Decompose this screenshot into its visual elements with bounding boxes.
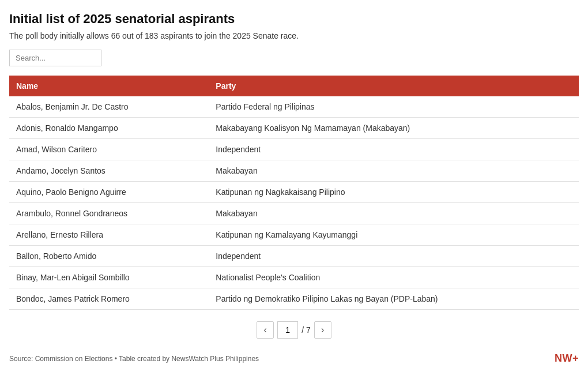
source-text: Source: Commission on Elections • Table … <box>9 355 259 363</box>
prev-page-button[interactable]: ‹ <box>257 321 274 339</box>
cell-name: Binay, Mar-Len Abigail Sombillo <box>9 267 209 288</box>
table-row: Arellano, Ernesto RilleraKatipunan ng Ka… <box>9 224 579 246</box>
cell-name: Abalos, Benjamin Jr. De Castro <box>9 96 209 118</box>
search-container <box>9 50 579 66</box>
cell-name: Arambulo, Ronnel Gondraneos <box>9 203 209 224</box>
table-header-row: Name Party <box>9 76 579 96</box>
table-row: Amad, Wilson CariteroIndependent <box>9 139 579 160</box>
table-row: Aquino, Paolo Benigno AguirreKatipunan n… <box>9 182 579 203</box>
table-row: Abalos, Benjamin Jr. De CastroPartido Fe… <box>9 96 579 118</box>
cell-party: Independent <box>209 139 579 160</box>
table-row: Binay, Mar-Len Abigail SombilloNationali… <box>9 267 579 288</box>
cell-party: Katipunan ng Nagkakaisang Pilipino <box>209 182 579 203</box>
cell-name: Amad, Wilson Caritero <box>9 139 209 160</box>
total-pages: / 7 <box>301 325 311 335</box>
cell-party: Independent <box>209 246 579 267</box>
cell-party: Partido Federal ng Pilipinas <box>209 96 579 118</box>
cell-party: Partido ng Demokratiko Pilipino Lakas ng… <box>209 288 579 310</box>
cell-name: Aquino, Paolo Benigno Aguirre <box>9 182 209 203</box>
table-row: Adonis, Ronaldo MangampoMakabayang Koali… <box>9 118 579 139</box>
cell-party: Makabayan <box>209 160 579 182</box>
cell-name: Ballon, Roberto Amido <box>9 246 209 267</box>
table-row: Ballon, Roberto AmidoIndependent <box>9 246 579 267</box>
cell-party: Makabayang Koalisyon Ng Mamamayan (Makab… <box>209 118 579 139</box>
table-row: Bondoc, James Patrick RomeroPartido ng D… <box>9 288 579 310</box>
col-header-name: Name <box>9 76 209 96</box>
col-header-party: Party <box>209 76 579 96</box>
cell-party: Katipunan ng Kamalayang Kayumanggi <box>209 224 579 246</box>
cell-name: Bondoc, James Patrick Romero <box>9 288 209 310</box>
search-input[interactable] <box>9 50 101 66</box>
table-row: Andamo, Jocelyn SantosMakabayan <box>9 160 579 182</box>
senatorial-table: Name Party Abalos, Benjamin Jr. De Castr… <box>9 76 579 310</box>
table-row: Arambulo, Ronnel GondraneosMakabayan <box>9 203 579 224</box>
page-subtitle: The poll body initially allows 66 out of… <box>9 31 579 40</box>
cell-name: Arellano, Ernesto Rillera <box>9 224 209 246</box>
newswatch-logo: NW+ <box>555 352 579 365</box>
footer: Source: Commission on Elections • Table … <box>9 352 579 365</box>
next-page-button[interactable]: › <box>314 321 331 339</box>
cell-name: Andamo, Jocelyn Santos <box>9 160 209 182</box>
cell-name: Adonis, Ronaldo Mangampo <box>9 118 209 139</box>
cell-party: Nationalist People's Coalition <box>209 267 579 288</box>
current-page-input[interactable] <box>277 321 298 339</box>
pagination: ‹ / 7 › <box>9 321 579 339</box>
cell-party: Makabayan <box>209 203 579 224</box>
page-title: Initial list of 2025 senatorial aspirant… <box>9 12 579 27</box>
